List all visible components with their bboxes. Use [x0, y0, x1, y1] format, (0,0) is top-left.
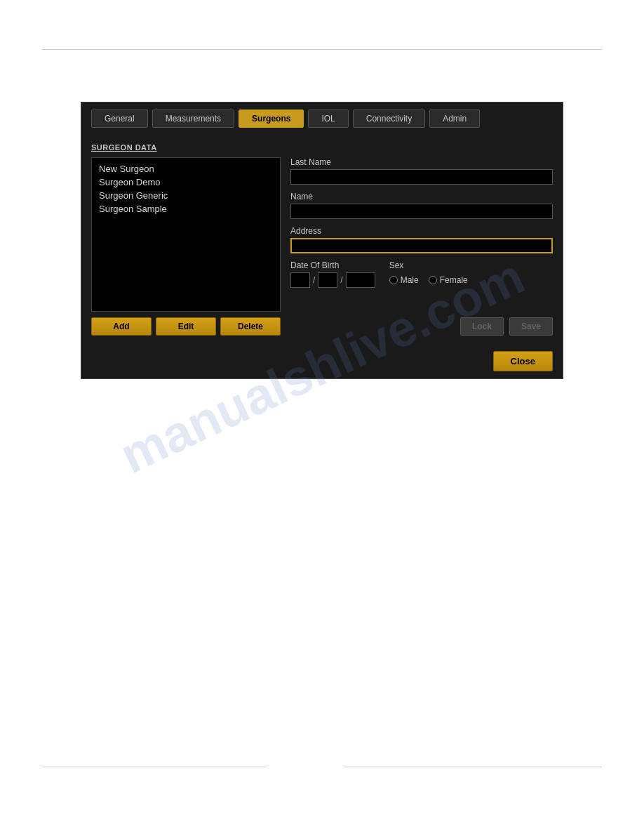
- female-radio[interactable]: [429, 276, 437, 284]
- name-label: Name: [290, 192, 553, 201]
- address-input[interactable]: [290, 238, 553, 253]
- dob-inputs: / /: [290, 272, 375, 288]
- list-item[interactable]: Surgeon Demo: [96, 176, 276, 189]
- tab-bar: General Measurements Surgeons IOL Connec…: [81, 102, 563, 135]
- form-actions: Lock Save: [290, 296, 553, 336]
- dob-month-input[interactable]: [318, 272, 337, 288]
- sex-options: Male Female: [389, 275, 468, 285]
- add-button[interactable]: Add: [91, 317, 152, 336]
- name-input[interactable]: [290, 204, 553, 219]
- dob-label: Date Of Birth: [290, 260, 375, 270]
- last-name-label: Last Name: [290, 157, 553, 167]
- dob-sep-1: /: [311, 275, 316, 285]
- dob-year-input[interactable]: [346, 272, 375, 288]
- last-name-input[interactable]: [290, 169, 553, 185]
- close-button[interactable]: Close: [493, 351, 553, 371]
- male-radio[interactable]: [389, 276, 398, 284]
- male-label: Male: [401, 275, 419, 285]
- tab-admin[interactable]: Admin: [429, 110, 480, 128]
- female-label: Female: [440, 275, 468, 285]
- dob-day-input[interactable]: [290, 272, 310, 288]
- tab-connectivity[interactable]: Connectivity: [353, 110, 425, 128]
- surgeon-list[interactable]: New Surgeon Surgeon Demo Surgeon Generic…: [91, 157, 281, 312]
- surgeon-main: New Surgeon Surgeon Demo Surgeon Generic…: [91, 157, 553, 336]
- sex-group: Sex Male Female: [389, 260, 468, 285]
- tab-surgeons[interactable]: Surgeons: [239, 110, 304, 128]
- main-dialog: General Measurements Surgeons IOL Connec…: [81, 102, 563, 379]
- surgeon-list-panel: New Surgeon Surgeon Demo Surgeon Generic…: [91, 157, 281, 336]
- dob-group: Date Of Birth / /: [290, 260, 375, 288]
- top-rule: [42, 49, 602, 50]
- surgeon-list-buttons: Add Edit Delete: [91, 317, 281, 336]
- save-button[interactable]: Save: [509, 317, 553, 336]
- dob-sep-2: /: [339, 275, 344, 285]
- lock-button[interactable]: Lock: [460, 317, 504, 336]
- dialog-footer: Close: [81, 345, 563, 378]
- bottom-rule-left: [42, 767, 267, 767]
- tab-iol[interactable]: IOL: [308, 110, 348, 128]
- sex-label: Sex: [389, 260, 468, 270]
- edit-button[interactable]: Edit: [156, 317, 216, 336]
- address-label: Address: [290, 226, 553, 236]
- page-wrapper: General Measurements Surgeons IOL Connec…: [0, 0, 644, 834]
- address-group: Address: [290, 226, 553, 253]
- content-area: SURGEON DATA New Surgeon Surgeon Demo Su…: [81, 135, 563, 345]
- tab-measurements[interactable]: Measurements: [152, 110, 234, 128]
- list-item[interactable]: New Surgeon: [96, 162, 276, 176]
- dob-sex-row: Date Of Birth / / Sex: [290, 260, 553, 288]
- surgeon-data-title: SURGEON DATA: [91, 143, 553, 152]
- list-item[interactable]: Surgeon Sample: [96, 202, 276, 216]
- bottom-rule-right: [344, 767, 602, 767]
- delete-button[interactable]: Delete: [220, 317, 281, 336]
- sex-male-option[interactable]: Male: [389, 275, 419, 285]
- last-name-group: Last Name: [290, 157, 553, 185]
- tab-general[interactable]: General: [91, 110, 148, 128]
- name-group: Name: [290, 192, 553, 219]
- sex-female-option[interactable]: Female: [429, 275, 468, 285]
- list-item[interactable]: Surgeon Generic: [96, 189, 276, 202]
- surgeon-form-panel: Last Name Name Address Date Of Birth: [290, 157, 553, 336]
